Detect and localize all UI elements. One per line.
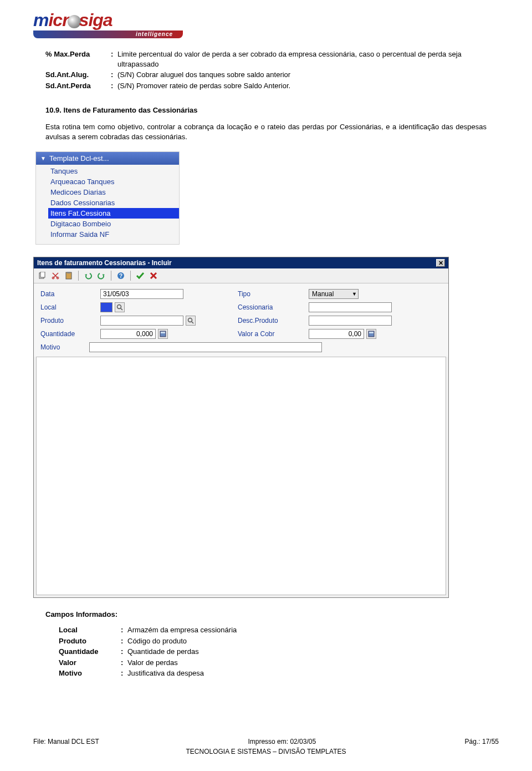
campos-row: Local : Armazém da empresa cessionária [59, 625, 499, 635]
menu-header[interactable]: ▼ Template Dcl-est... [36, 152, 179, 165]
copy-icon[interactable] [37, 271, 47, 281]
tipo-selected-value: Manual [312, 290, 334, 298]
menu-item-list: Tanques Arqueacao Tanques Medicoes Diari… [36, 165, 179, 244]
svg-line-9 [121, 308, 122, 310]
campos-text: Código do produto [127, 636, 499, 646]
definition-text: Limite percentual do valor de perda a se… [117, 49, 499, 69]
definition-sep: : [111, 81, 117, 91]
local-input[interactable] [100, 302, 112, 312]
field-label-motivo: Motivo [40, 343, 84, 351]
help-icon[interactable]: ? [116, 271, 126, 281]
dialog-body-area [36, 357, 446, 595]
campos-label: Quantidade [59, 647, 121, 657]
dialog-form: Data Tipo Manual ▼ Local Cessionaria Pro… [34, 283, 448, 357]
campos-text: Quantidade de perdas [127, 647, 499, 657]
definition-sep: : [111, 49, 117, 69]
definition-text: (S/N) Cobrar aluguel dos tanques sobre s… [117, 70, 499, 80]
menu-item[interactable]: Informar Saida NF [48, 229, 179, 240]
section-heading: 10.9. Itens de Faturamento das Cessionár… [45, 106, 499, 114]
footer-page: Pág.: 17/55 [465, 738, 499, 745]
campos-label: Produto [59, 636, 121, 646]
menu-header-label: Template Dcl-est... [49, 154, 109, 163]
tipo-select[interactable]: Manual ▼ [309, 289, 359, 299]
svg-rect-5 [67, 272, 70, 273]
dialog-window: Itens de faturamento Cessionarias - Incl… [33, 257, 449, 598]
svg-text:?: ? [119, 273, 122, 279]
campos-heading: Campos Informados: [45, 610, 499, 618]
menu-item[interactable]: Digitacao Bombeio [48, 219, 179, 229]
menu-item[interactable]: Dados Cessionarias [48, 197, 179, 208]
calculator-icon[interactable] [158, 329, 168, 339]
field-label-local: Local [40, 303, 90, 311]
definition-label: Sd.Ant.Perda [45, 81, 111, 91]
logo: micrsiga intelligence [33, 10, 183, 38]
menu-item-selected[interactable]: Itens Fat.Cessiona [48, 208, 179, 219]
page-footer: File: Manual DCL EST Impresso em: 02/03/… [33, 738, 499, 755]
campos-label: Local [59, 625, 121, 635]
campos-block: Local : Armazém da empresa cessionária P… [59, 625, 499, 678]
campos-row: Valor : Valor de perdas [59, 658, 499, 668]
cancel-icon[interactable] [149, 271, 158, 281]
footer-printed: Impresso em: 02/03/05 [248, 738, 316, 745]
field-label-cessionaria: Cessionaria [238, 303, 299, 311]
section-title: Itens de Faturamento das Cessionárias [64, 106, 198, 114]
undo-icon[interactable] [83, 271, 93, 281]
section-number: 10.9. [45, 106, 62, 114]
logo-subtitle: intelligence [33, 31, 183, 38]
campos-row: Produto : Código do produto [59, 636, 499, 646]
cut-icon[interactable] [50, 271, 60, 281]
data-input[interactable] [100, 289, 183, 299]
definition-text: (S/N) Promover rateio de perdas sobre Sa… [117, 81, 499, 91]
footer-org: TECNOLOGIA E SISTEMAS – DIVISÃO TEMPLATE… [33, 748, 499, 755]
campos-text: Armazém da empresa cessionária [127, 625, 499, 635]
field-label-data: Data [40, 290, 90, 298]
definitions-block: % Max.Perda : Limite percentual do valor… [45, 49, 499, 90]
svg-point-10 [188, 318, 192, 322]
calculator-icon[interactable] [366, 329, 376, 339]
ok-icon[interactable] [135, 271, 145, 281]
definition-sep: : [111, 70, 117, 80]
descproduto-input[interactable] [309, 316, 392, 326]
svg-rect-15 [369, 332, 374, 333]
dialog-toolbar: ? [34, 268, 448, 283]
menu-item[interactable]: Tanques [48, 166, 179, 176]
field-label-quantidade: Quantidade [40, 330, 90, 338]
svg-line-11 [192, 322, 193, 323]
campos-row: Motivo : Justificativa da despesa [59, 668, 499, 678]
quantidade-input[interactable] [100, 329, 156, 339]
field-label-tipo: Tipo [238, 290, 299, 298]
produto-input[interactable] [100, 316, 183, 326]
menu-panel: ▼ Template Dcl-est... Tanques Arqueacao … [35, 151, 180, 245]
svg-point-8 [117, 305, 121, 309]
campos-label: Valor [59, 658, 121, 668]
menu-item[interactable]: Arqueacao Tanques [48, 176, 179, 187]
definition-row: % Max.Perda : Limite percentual do valor… [45, 49, 499, 69]
chevron-down-icon: ▼ [352, 291, 357, 297]
definition-row: Sd.Ant.Perda : (S/N) Promover rateio de … [45, 81, 499, 91]
menu-item[interactable]: Medicoes Diarias [48, 187, 179, 197]
redo-icon[interactable] [96, 271, 106, 281]
cessionaria-input[interactable] [309, 302, 392, 312]
section-paragraph: Esta rotina tem como objetivo, controlar… [45, 122, 487, 141]
campos-text: Justificativa da despesa [127, 668, 499, 678]
paste-icon[interactable] [64, 271, 74, 281]
field-label-descproduto: Desc.Produto [238, 317, 299, 324]
toolbar-divider [78, 271, 79, 281]
dialog-titlebar: Itens de faturamento Cessionarias - Incl… [34, 257, 448, 268]
definition-label: Sd.Ant.Alug. [45, 70, 111, 80]
campos-row: Quantidade : Quantidade de perdas [59, 647, 499, 657]
motivo-input[interactable] [89, 342, 322, 352]
campos-text: Valor de perdas [127, 658, 499, 668]
search-icon[interactable] [186, 316, 196, 326]
campos-label: Motivo [59, 668, 121, 678]
svg-rect-13 [161, 332, 165, 333]
close-icon[interactable]: ✕ [436, 259, 445, 267]
field-label-produto: Produto [40, 317, 90, 324]
search-icon[interactable] [115, 302, 125, 312]
svg-rect-1 [40, 272, 45, 277]
definition-label: % Max.Perda [45, 49, 111, 69]
footer-file: File: Manual DCL EST [33, 738, 99, 745]
field-label-valorcobr: Valor a Cobr [238, 330, 299, 338]
valorcobr-input[interactable] [309, 329, 364, 339]
logo-wordmark: micrsiga [33, 10, 183, 31]
